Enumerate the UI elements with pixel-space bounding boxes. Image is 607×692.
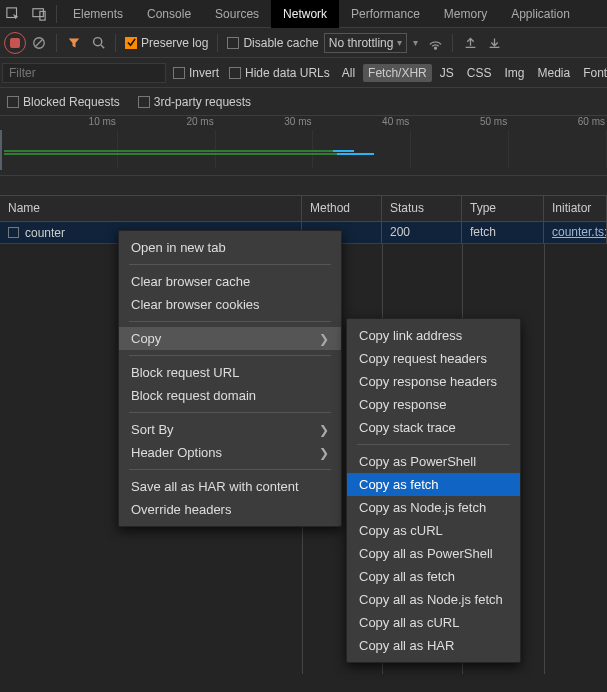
ctx-copy-as-powershell[interactable]: Copy as PowerShell (347, 450, 520, 473)
disable-cache-checkbox[interactable]: Disable cache (224, 36, 321, 50)
ctx-save-har[interactable]: Save all as HAR with content (119, 475, 341, 498)
ctx-copy-as-node-fetch[interactable]: Copy as Node.js fetch (347, 496, 520, 519)
chevron-right-icon: ❯ (319, 446, 329, 460)
ctx-header-options[interactable]: Header Options❯ (119, 441, 341, 464)
svg-point-7 (435, 47, 437, 49)
tab-performance[interactable]: Performance (339, 0, 432, 28)
ctx-copy-all-har[interactable]: Copy all as HAR (347, 634, 520, 657)
timeline-tick: 40 ms (313, 116, 411, 130)
ctx-copy-response[interactable]: Copy response (347, 393, 520, 416)
svg-rect-1 (33, 8, 44, 16)
tab-elements[interactable]: Elements (61, 0, 135, 28)
main-tabs-bar: ElementsConsoleSourcesNetworkPerformance… (0, 0, 607, 28)
svg-line-4 (36, 39, 43, 46)
blocked-requests-checkbox[interactable]: Blocked Requests (4, 95, 123, 109)
svg-rect-2 (40, 11, 45, 20)
network-conditions-icon[interactable] (424, 32, 446, 54)
hide-data-urls-checkbox[interactable]: Hide data URLs (226, 66, 333, 80)
context-menu-copy-sub: Copy link address Copy request headers C… (346, 318, 521, 663)
search-icon[interactable] (87, 32, 109, 54)
svg-point-5 (93, 38, 101, 46)
blocked-requests-label: Blocked Requests (23, 95, 120, 109)
filter-bar-secondary: Blocked Requests 3rd-party requests (0, 88, 607, 116)
ctx-copy-all-fetch[interactable]: Copy all as fetch (347, 565, 520, 588)
cell-status: 200 (382, 222, 462, 243)
hide-data-urls-label: Hide data URLs (245, 66, 330, 80)
ctx-copy[interactable]: Copy❯ (119, 327, 341, 350)
timeline-tick: 20 ms (118, 116, 216, 130)
filter-type-fetch-xhr[interactable]: Fetch/XHR (363, 64, 432, 82)
preserve-log-checkbox[interactable]: Preserve log (122, 36, 211, 50)
request-table-header: Name Method Status Type Initiator (0, 196, 607, 222)
cell-type: fetch (462, 222, 544, 243)
record-button[interactable] (4, 32, 26, 54)
ctx-copy-req-headers[interactable]: Copy request headers (347, 347, 520, 370)
inspect-icon[interactable] (0, 0, 26, 28)
ctx-copy-as-fetch[interactable]: Copy as fetch (347, 473, 520, 496)
filter-type-js[interactable]: JS (435, 64, 459, 82)
filter-type-font[interactable]: Font (578, 64, 607, 82)
device-toolbar-icon[interactable] (26, 0, 52, 28)
tab-sources[interactable]: Sources (203, 0, 271, 28)
disable-cache-label: Disable cache (243, 36, 318, 50)
context-menu: Open in new tab Clear browser cache Clea… (118, 230, 342, 527)
throttling-select[interactable]: No throttling ▾ (324, 33, 408, 53)
tab-application[interactable]: Application (499, 0, 582, 28)
chevron-right-icon: ❯ (319, 332, 329, 346)
invert-label: Invert (189, 66, 219, 80)
upload-har-icon[interactable] (459, 32, 481, 54)
ctx-open-new-tab[interactable]: Open in new tab (119, 236, 341, 259)
filter-type-img[interactable]: Img (499, 64, 529, 82)
timeline-tick: 60 ms (509, 116, 607, 130)
tab-memory[interactable]: Memory (432, 0, 499, 28)
third-party-label: 3rd-party requests (154, 95, 251, 109)
download-har-icon[interactable] (483, 32, 505, 54)
timeline-tick: 10 ms (20, 116, 118, 130)
col-type[interactable]: Type (462, 196, 544, 221)
svg-line-6 (100, 45, 103, 48)
chevron-right-icon: ❯ (319, 423, 329, 437)
ctx-copy-as-curl[interactable]: Copy as cURL (347, 519, 520, 542)
timeline-tick: 30 ms (216, 116, 314, 130)
filter-type-all[interactable]: All (337, 64, 360, 82)
ctx-block-domain[interactable]: Block request domain (119, 384, 341, 407)
filter-icon[interactable] (63, 32, 85, 54)
filter-type-media[interactable]: Media (532, 64, 575, 82)
ctx-copy-link[interactable]: Copy link address (347, 324, 520, 347)
ctx-copy-all-powershell[interactable]: Copy all as PowerShell (347, 542, 520, 565)
ctx-block-url[interactable]: Block request URL (119, 361, 341, 384)
filter-type-css[interactable]: CSS (462, 64, 497, 82)
filter-input[interactable] (2, 63, 166, 83)
clear-icon[interactable] (28, 32, 50, 54)
network-toolbar: Preserve log Disable cache No throttling… (0, 28, 607, 58)
col-status[interactable]: Status (382, 196, 462, 221)
tab-console[interactable]: Console (135, 0, 203, 28)
col-method[interactable]: Method (302, 196, 382, 221)
invert-checkbox[interactable]: Invert (170, 66, 222, 80)
throttling-value: No throttling (329, 36, 394, 50)
filter-bar: Invert Hide data URLs AllFetch/XHRJSCSSI… (0, 58, 607, 88)
col-initiator[interactable]: Initiator (544, 196, 607, 221)
preserve-log-label: Preserve log (141, 36, 208, 50)
timeline-tick: 50 ms (411, 116, 509, 130)
cell-name: counter (25, 226, 65, 240)
col-name[interactable]: Name (0, 196, 302, 221)
ctx-sort-by[interactable]: Sort By❯ (119, 418, 341, 441)
ctx-copy-all-curl[interactable]: Copy all as cURL (347, 611, 520, 634)
row-checkbox[interactable] (8, 227, 19, 238)
third-party-requests-checkbox[interactable]: 3rd-party requests (135, 95, 254, 109)
ctx-copy-all-node-fetch[interactable]: Copy all as Node.js fetch (347, 588, 520, 611)
ctx-clear-cache[interactable]: Clear browser cache (119, 270, 341, 293)
ctx-override-headers[interactable]: Override headers (119, 498, 341, 521)
tab-network[interactable]: Network (271, 0, 339, 28)
ctx-copy-resp-headers[interactable]: Copy response headers (347, 370, 520, 393)
timeline-overview[interactable]: 10 ms20 ms30 ms40 ms50 ms60 ms (0, 116, 607, 176)
cell-initiator[interactable]: counter.ts: (552, 225, 607, 239)
ctx-clear-cookies[interactable]: Clear browser cookies (119, 293, 341, 316)
ctx-copy-stack-trace[interactable]: Copy stack trace (347, 416, 520, 439)
